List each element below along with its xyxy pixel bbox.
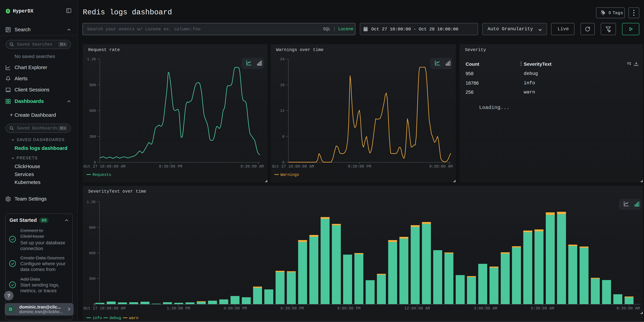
svg-text:warn: warn	[129, 316, 138, 320]
svg-text:3:00:00 AM: 3:00:00 AM	[474, 306, 497, 311]
svg-text:5:30:00 AM: 5:30:00 AM	[531, 306, 554, 311]
svg-text:info: info	[92, 316, 102, 320]
svg-text:1.2K: 1.2K	[87, 57, 96, 62]
svg-text:9:30:00 AM: 9:30:00 AM	[616, 306, 640, 311]
svg-text:debug: debug	[110, 316, 121, 320]
svg-text:0: 0	[94, 160, 96, 165]
svg-text:12:00:00 AM: 12:00:00 AM	[404, 306, 430, 311]
svg-text:6:30:00 PM: 6:30:00 PM	[280, 306, 304, 311]
svg-text:Oct 27 10:00:00 AM: Oct 27 10:00:00 AM	[84, 164, 125, 169]
svg-text:Warnings: Warnings	[280, 173, 299, 177]
svg-text:1:30:00 PM: 1:30:00 PM	[167, 306, 190, 311]
svg-text:Requests: Requests	[92, 173, 111, 177]
svg-text:18: 18	[280, 83, 284, 87]
svg-text:8:30:00 PM: 8:30:00 PM	[348, 164, 371, 169]
svg-text:1.2K: 1.2K	[87, 200, 96, 204]
svg-text:900: 900	[89, 83, 96, 87]
svg-text:600: 600	[89, 109, 96, 113]
svg-text:4:00:00 PM: 4:00:00 PM	[224, 306, 247, 311]
svg-text:8:30:00 PM: 8:30:00 PM	[159, 164, 182, 169]
svg-text:12: 12	[280, 109, 284, 113]
svg-text:300: 300	[89, 135, 96, 139]
svg-text:0: 0	[282, 160, 284, 165]
svg-text:9:00:00 PM: 9:00:00 PM	[337, 306, 360, 311]
svg-text:Oct 27 10:00:00 AM: Oct 27 10:00:00 AM	[84, 306, 125, 311]
svg-text:9:30:00 AM: 9:30:00 AM	[240, 164, 264, 169]
svg-text:24: 24	[280, 57, 284, 62]
svg-text:Oct 27 10:00:00 AM: Oct 27 10:00:00 AM	[272, 164, 314, 169]
svg-text:900: 900	[89, 226, 96, 230]
svg-text:300: 300	[89, 277, 96, 281]
svg-text:600: 600	[89, 251, 96, 256]
svg-text:0: 0	[94, 302, 96, 307]
svg-text:9:30:00 AM: 9:30:00 AM	[429, 164, 452, 169]
svg-text:6: 6	[282, 135, 284, 139]
